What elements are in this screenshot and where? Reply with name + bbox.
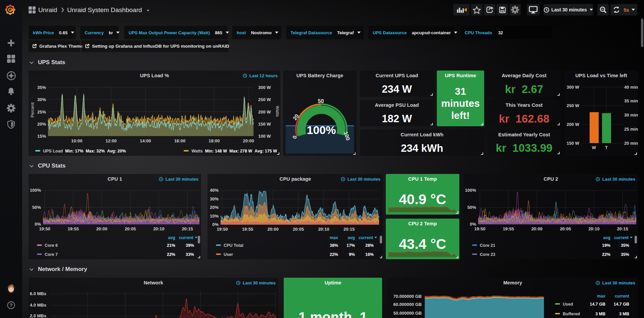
svg-text:20:05: 20:05 [293, 227, 304, 232]
svg-text:100%: 100% [465, 188, 476, 193]
svg-text:2.0 MBs: 2.0 MBs [30, 313, 46, 318]
svg-text:19:55: 19:55 [242, 227, 253, 232]
svg-text:20:00: 20:00 [243, 138, 254, 143]
svg-text:14:00: 14:00 [140, 138, 151, 143]
svg-text:19:50: 19:50 [474, 226, 485, 231]
svg-text:40 min: 40 min [624, 85, 638, 90]
svg-text:?: ? [10, 303, 13, 308]
svg-text:0%: 0% [470, 222, 476, 227]
svg-text:100 W: 100 W [258, 134, 271, 139]
svg-text:100%: 100% [30, 188, 41, 193]
svg-text:30 min: 30 min [624, 112, 638, 118]
svg-text:20:15: 20:15 [343, 227, 355, 232]
svg-text:20%: 20% [37, 122, 46, 127]
svg-text:10:00: 10:00 [71, 138, 82, 143]
svg-text:W: W [592, 145, 596, 150]
svg-text:30%: 30% [210, 196, 219, 201]
svg-text:20:15: 20:15 [182, 226, 193, 231]
svg-text:20:10: 20:10 [153, 226, 164, 231]
svg-text:Percent: Percent [30, 102, 35, 118]
svg-text:20:00: 20:00 [267, 227, 278, 232]
svg-text:20:15: 20:15 [617, 226, 628, 231]
svg-text:20 min: 20 min [624, 141, 638, 146]
svg-text:50%: 50% [467, 205, 476, 210]
svg-text:25 min: 25 min [624, 127, 638, 132]
svg-text:0%: 0% [212, 222, 219, 227]
svg-text:40%: 40% [210, 188, 219, 193]
svg-text:18:00: 18:00 [209, 138, 220, 143]
svg-text:19:55: 19:55 [503, 226, 514, 231]
svg-text:20:05: 20:05 [560, 226, 571, 231]
svg-text:300 W: 300 W [566, 85, 579, 90]
svg-text:250 W: 250 W [258, 97, 271, 102]
svg-text:12:00: 12:00 [105, 138, 117, 143]
svg-text:T: T [605, 145, 608, 150]
svg-text:150 W: 150 W [258, 122, 271, 127]
svg-text:200 W: 200 W [566, 122, 579, 127]
svg-text:4.0 MBs: 4.0 MBs [30, 303, 46, 308]
svg-text:200 W: 200 W [258, 109, 271, 115]
svg-text:19:50: 19:50 [217, 227, 228, 232]
svg-text:20%: 20% [210, 205, 219, 210]
svg-text:35 min: 35 min [624, 98, 638, 103]
svg-text:20:10: 20:10 [588, 226, 599, 231]
svg-text:20: 20 [292, 113, 300, 121]
svg-text:50%: 50% [32, 205, 41, 210]
svg-text:250 W: 250 W [566, 103, 579, 108]
svg-text:150 W: 150 W [566, 141, 579, 146]
svg-text:Watts: Watts [275, 106, 280, 117]
svg-text:20:10: 20:10 [318, 227, 329, 232]
svg-text:35%: 35% [37, 85, 46, 90]
svg-text:16:00: 16:00 [174, 138, 185, 143]
svg-text:10%: 10% [210, 214, 219, 219]
svg-text:20:05: 20:05 [125, 226, 136, 231]
svg-text:300 W: 300 W [258, 85, 271, 90]
svg-text:15%: 15% [37, 134, 46, 139]
svg-text:100%: 100% [307, 124, 336, 136]
svg-text:30%: 30% [37, 97, 46, 102]
svg-text:50: 50 [318, 98, 324, 104]
svg-text:19:50: 19:50 [39, 226, 50, 231]
svg-text:19:55: 19:55 [67, 226, 79, 231]
svg-text:20:00: 20:00 [96, 226, 107, 231]
svg-text:6.0 MBs: 6.0 MBs [30, 291, 46, 296]
svg-text:25%: 25% [37, 109, 46, 115]
svg-text:20:00: 20:00 [531, 226, 542, 231]
svg-text:0%: 0% [35, 222, 41, 227]
